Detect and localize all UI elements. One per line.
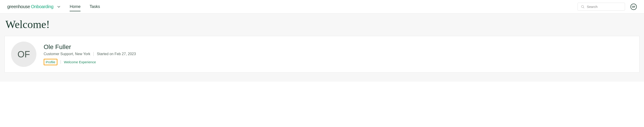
link-profile[interactable]: Profile bbox=[44, 59, 58, 65]
nav-tabs: Home Tasks bbox=[70, 0, 100, 13]
page-title: Welcome! bbox=[4, 18, 640, 30]
user-avatar-small[interactable]: OF bbox=[630, 4, 637, 10]
header: greenhouse Onboarding Home Tasks OF bbox=[0, 0, 644, 14]
user-avatar-large: OF bbox=[11, 42, 36, 67]
logo-onboarding-text: Onboarding bbox=[31, 4, 54, 9]
profile-role-location: Customer Support, New York bbox=[44, 52, 90, 56]
profile-links: Profile Welcome Experience bbox=[44, 59, 136, 65]
link-divider bbox=[60, 60, 61, 64]
nav-tab-home[interactable]: Home bbox=[70, 4, 80, 10]
logo-greenhouse-text: greenhouse bbox=[7, 4, 30, 9]
profile-card: OF Ole Fuller Customer Support, New York… bbox=[4, 36, 640, 72]
nav-tab-tasks[interactable]: Tasks bbox=[90, 4, 100, 10]
search-box[interactable] bbox=[578, 3, 625, 10]
link-welcome-experience[interactable]: Welcome Experience bbox=[64, 60, 96, 64]
svg-line-1 bbox=[584, 8, 584, 8]
search-input[interactable] bbox=[587, 5, 622, 8]
profile-info: Ole Fuller Customer Support, New York St… bbox=[44, 44, 136, 65]
main-content: Welcome! OF Ole Fuller Customer Support,… bbox=[0, 14, 644, 82]
profile-start-date: Started on Feb 27, 2023 bbox=[97, 52, 136, 56]
logo[interactable]: greenhouse Onboarding bbox=[7, 4, 53, 9]
profile-name: Ole Fuller bbox=[44, 44, 136, 50]
chevron-down-icon[interactable] bbox=[57, 5, 60, 8]
profile-meta: Customer Support, New York Started on Fe… bbox=[44, 52, 136, 56]
search-icon bbox=[581, 5, 584, 8]
